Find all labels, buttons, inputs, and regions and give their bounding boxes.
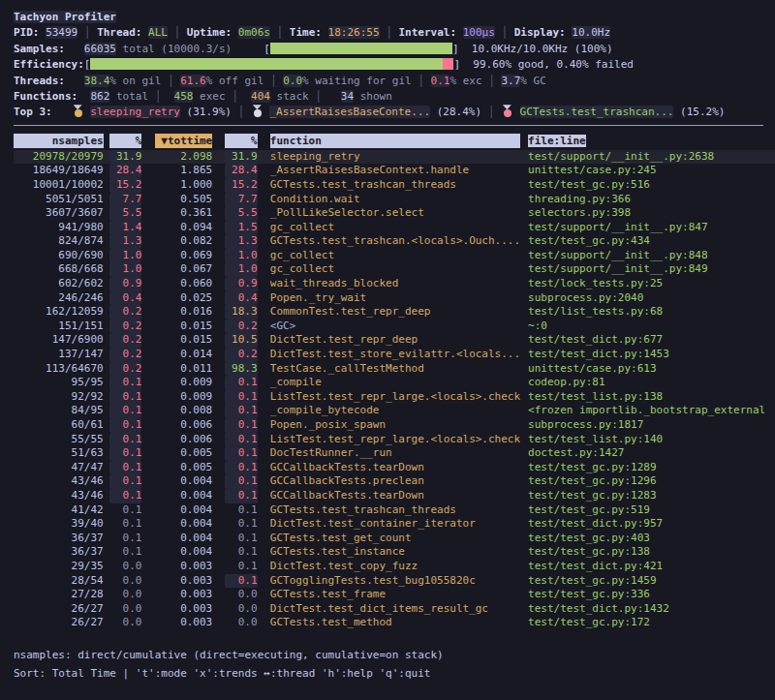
direct-pct-cell: 1.0 (109, 249, 141, 263)
direct-pct-cell: 15.2 (109, 178, 141, 193)
function-cell: Popen._try_wait (270, 291, 520, 306)
cumulative-pct-cell: 0.4 (225, 291, 257, 306)
direct-pct-cell: 0.0 (109, 616, 141, 630)
table-row[interactable]: 60/610.10.0060.1Popen._posix_spawnsubpro… (14, 418, 775, 433)
nsamples-cell: 43/46 (14, 489, 104, 503)
table-row[interactable]: 602/6020.90.0600.9wait_threads_blockedte… (14, 277, 775, 291)
column-header-function[interactable]: function (270, 134, 520, 148)
tottime-cell: 0.015 (155, 333, 213, 348)
nsamples-cell: 60/61 (14, 418, 104, 433)
tottime-cell: 0.003 (155, 602, 213, 617)
table-row[interactable]: 147/69000.20.01510.5DictTest.test_repr_d… (14, 333, 775, 348)
tottime-cell: 0.060 (155, 277, 213, 291)
waiting-gil-pct: 0.0 (283, 75, 302, 87)
table-row[interactable]: 246/2460.40.0250.4Popen._try_waitsubproc… (14, 291, 775, 306)
table-row[interactable]: 47/470.10.0050.1GCCallbackTests.tearDown… (14, 461, 775, 475)
column-header-cumulative-pct[interactable]: % (225, 134, 257, 148)
table-row[interactable]: 55/550.10.0060.1ListTest.test_repr_large… (14, 433, 775, 447)
cumulative-pct-cell: 15.2 (225, 178, 257, 193)
text-segment: % waiting for gil (302, 75, 412, 87)
cumulative-pct-cell: 0.0 (225, 616, 257, 630)
file-line-cell: test/support/__init__.py:2638 (528, 150, 775, 165)
table-row[interactable]: 824/8741.30.0821.3GCTests.test_trashcan.… (14, 234, 775, 249)
file-line-cell: test/test_gc.py:138 (528, 545, 775, 560)
direct-pct-cell: 1.0 (109, 262, 141, 277)
file-line-cell: test/test_dict.py:957 (528, 517, 775, 532)
nsamples-cell: 5051/5051 (14, 193, 104, 207)
table-row[interactable]: 690/6901.00.0691.0gc_collecttest/support… (14, 249, 775, 263)
direct-pct-cell: 0.1 (109, 489, 141, 503)
direct-pct-cell: 0.1 (109, 446, 141, 461)
tottime-cell: 0.004 (155, 545, 213, 560)
tottime-cell: 1.865 (155, 164, 213, 178)
function-cell: GCTests.test_trashcan_threads (270, 178, 520, 193)
cumulative-pct-cell: 1.0 (225, 249, 257, 263)
function-cell: Popen._posix_spawn (270, 418, 520, 433)
table-row[interactable]: 43/460.10.0040.1GCCallbackTests.preclean… (14, 474, 775, 489)
column-header-file-line[interactable]: file:line (528, 134, 775, 148)
column-header-direct-pct[interactable]: % (109, 134, 141, 148)
table-row[interactable]: 26/270.00.0030.0DictTest.test_dict_items… (14, 602, 775, 617)
table-row[interactable]: 20978/2097931.92.09831.9sleeping_retryte… (14, 150, 775, 165)
table-row[interactable]: 27/280.00.0030.0GCTests.test_frametest/t… (14, 588, 775, 602)
app-title: Tachyon Profiler (14, 11, 116, 23)
table-row[interactable]: 92/920.10.0090.1ListTest.test_repr_large… (14, 390, 775, 405)
table-row[interactable]: 41/420.10.0040.1GCTests.test_trashcan_th… (14, 503, 775, 518)
table-row[interactable]: 137/1470.20.0140.2DictTest.test_store_ev… (14, 348, 775, 362)
bronze-medal-icon (501, 105, 513, 117)
tottime-cell: 0.003 (155, 574, 213, 589)
file-line-cell: test/test_gc.py:1283 (528, 489, 775, 503)
table-row[interactable]: 113/646700.20.01198.3TestCase._callTestM… (14, 362, 775, 377)
table-row[interactable]: 36/370.10.0040.1GCTests.test_get_countte… (14, 532, 775, 546)
cumulative-pct-cell: 0.0 (225, 602, 257, 617)
table-row[interactable]: 26/270.00.0030.0GCTests.test_methodtest/… (14, 616, 775, 630)
table-row[interactable]: 29/350.00.0030.1DictTest.test_copy_fuzzt… (14, 560, 775, 574)
direct-pct-cell: 0.1 (109, 433, 141, 447)
table-row[interactable]: 162/120590.20.01618.3CommonTest.test_rep… (14, 305, 775, 320)
tottime-cell: 0.505 (155, 193, 213, 207)
direct-pct-cell: 0.2 (109, 362, 141, 377)
table-row[interactable]: 151/1510.20.0150.2<GC>~:0 (14, 320, 775, 334)
direct-pct-cell: 0.1 (109, 418, 141, 433)
table-row[interactable]: 36/370.10.0040.1GCTests.test_instancetes… (14, 545, 775, 560)
cumulative-pct-cell: 0.2 (225, 320, 257, 334)
table-row[interactable]: 10001/1000215.21.00015.2GCTests.test_tra… (14, 178, 775, 193)
file-line-cell: test/test_dict.py:1432 (528, 602, 775, 617)
table-row[interactable]: 51/630.10.0050.1DocTestRunner.__rundocte… (14, 446, 775, 461)
threads-label: Threads: (14, 75, 65, 87)
function-cell: _compile_bytecode (270, 404, 520, 418)
function-cell: GCTogglingTests.test_bug1055820c (270, 574, 520, 589)
file-line-cell: subprocess.py:1817 (528, 418, 775, 433)
function-cell: <GC> (270, 320, 520, 334)
function-cell: CommonTest.test_repr_deep (270, 305, 520, 320)
nsamples-cell: 246/246 (14, 291, 104, 306)
table-row[interactable]: 95/950.10.0090.1_compilecodeop.py:81 (14, 376, 775, 390)
table-row[interactable]: 941/9801.40.0941.5gc_collecttest/support… (14, 221, 775, 235)
profiler-screen: Tachyon Profiler PID: 53499 │ Thread: AL… (0, 0, 775, 683)
cumulative-pct-cell: 0.1 (225, 474, 257, 489)
table-row[interactable]: 43/460.10.0040.1GCCallbackTests.tearDown… (14, 489, 775, 503)
cumulative-pct-cell: 0.1 (225, 517, 257, 532)
function-cell: GCTests.test_trashcan.<locals>.Ouch.... (270, 234, 520, 249)
top3-name: GCTests.test_trashcan... (520, 106, 674, 118)
table-row[interactable]: 28/540.00.0030.1GCTogglingTests.test_bug… (14, 574, 775, 589)
nsamples-cell: 18649/18649 (14, 164, 104, 178)
functions-line: Functions: 862 total │ 458 exec │ 404 st… (14, 89, 775, 105)
column-header-tottime[interactable]: ▼tottime (155, 134, 213, 148)
top1-pct: (31.9%) (180, 106, 232, 118)
function-cell: _AssertRaisesBaseContext.handle (270, 164, 520, 178)
top1-name: sleeping_retry (90, 106, 180, 118)
pid-label: PID: (14, 26, 46, 39)
direct-pct-cell: 0.1 (109, 390, 141, 405)
table-header-row: nsamples%▼tottime%functionfile:line (14, 134, 775, 148)
table-row[interactable]: 668/6681.00.0671.0gc_collecttest/support… (14, 262, 775, 277)
samples-line: Samples: 66035 total (10000.3/s) [] 10.0… (14, 42, 775, 57)
table-row[interactable]: 84/950.10.0080.1_compile_bytecode<frozen… (14, 404, 775, 418)
table-row[interactable]: 39/400.10.0040.1DictTest.test_container_… (14, 517, 775, 532)
column-header-nsamples[interactable]: nsamples (14, 134, 104, 148)
table-row[interactable]: 5051/50517.70.5057.7Condition.waitthread… (14, 193, 775, 207)
table-row[interactable]: 3607/36075.50.3615.5_PollLikeSelector.se… (14, 206, 775, 221)
table-row[interactable]: 18649/1864928.41.86528.4_AssertRaisesBas… (14, 164, 775, 178)
exc-pct: 0.1 (431, 75, 450, 87)
tottime-cell: 1.000 (155, 178, 213, 193)
